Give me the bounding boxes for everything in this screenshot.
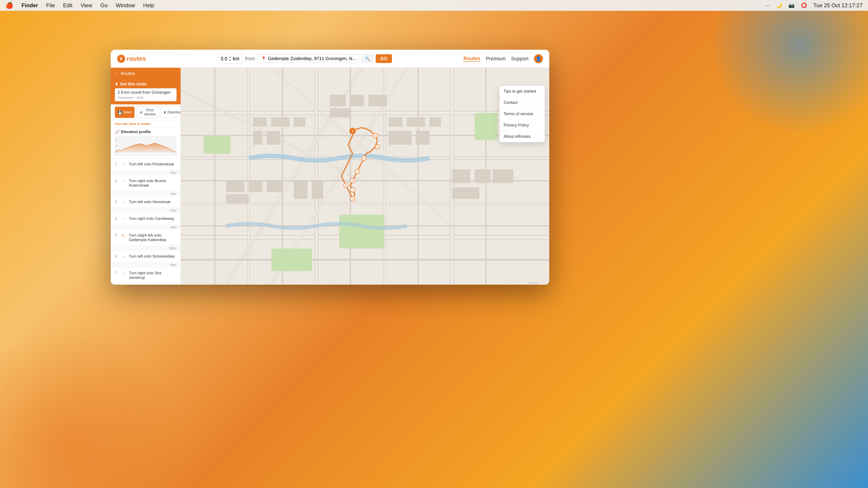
menubar-camera-icon[interactable]: 📷 (788, 2, 795, 8)
elevation-header: 📈 Elevation profile (115, 129, 177, 134)
svg-rect-50 (350, 95, 364, 106)
menubar-moon-icon[interactable]: 🌙 (776, 2, 782, 8)
svg-rect-65 (475, 169, 491, 183)
list-item[interactable]: 6 ← Turn left onto Schuitendiep (111, 251, 181, 262)
get-route-section: ⬇ Get this route 2.9 km round from Groni… (111, 79, 181, 104)
nav-premium[interactable]: Premium (486, 56, 506, 62)
svg-rect-42 (475, 113, 497, 140)
download-button[interactable]: ⬇ Download (160, 107, 181, 118)
directions-list: 1 ← Turn left onto Peisterstraat 50m 2 →… (111, 159, 181, 285)
nav-routes[interactable]: Routes (463, 56, 480, 62)
direction-arrow-icon: ← (122, 200, 127, 204)
direction-dist-label: 90m (111, 262, 181, 268)
svg-rect-62 (294, 181, 307, 199)
menubar-edit[interactable]: Edit (63, 2, 72, 8)
get-route-icon: ⬇ (115, 82, 118, 87)
direction-number: 7 (115, 271, 119, 275)
svg-rect-61 (226, 194, 249, 203)
svg-text:9: 9 (345, 184, 346, 187)
direction-text: Turn right onto Carolieweg (129, 217, 177, 221)
distance-stepper[interactable]: ▲▼ (229, 55, 231, 62)
svg-text:5: 5 (356, 170, 358, 173)
svg-rect-44 (253, 118, 267, 127)
get-route-button[interactable]: ⬇ Get this route (115, 82, 177, 87)
menubar-window[interactable]: Window (116, 2, 135, 8)
search-button[interactable]: 🔍 (362, 55, 373, 63)
main-content: ← Routes ⬇ Get this route 2.9 km round f… (111, 68, 549, 285)
app-logo[interactable]: e routes (117, 55, 146, 63)
elevation-icon: 📈 (115, 129, 120, 134)
dropdown-privacy[interactable]: Privacy Policy (500, 120, 545, 131)
direction-dist-label: 40m (111, 191, 181, 197)
logo-text: routes (127, 55, 146, 62)
header-search-bar: 3.0 ▲▼ km from 📍 Gedempte Zuiderdiep, 97… (151, 54, 459, 64)
list-item[interactable]: 7 → Turn right onto Sint Jansbrug (111, 268, 181, 283)
svg-text:4: 4 (363, 157, 365, 160)
svg-text:5m: 5m (115, 139, 118, 141)
list-item[interactable]: 5 ↖ Turn slight left onto Gedempte Katte… (111, 230, 181, 246)
direction-dist-label: 380m (111, 283, 181, 285)
direction-text: Turn left onto Herestraat (129, 200, 177, 204)
location-input[interactable]: 📍 Gedempte Zuiderdiep, 9711 Groningen, N… (258, 55, 360, 63)
dropdown-about[interactable]: About eRoutes (500, 131, 545, 142)
svg-rect-56 (389, 131, 411, 144)
nav-support[interactable]: Support (511, 56, 528, 62)
direction-text: Turn left onto Peisterstraat (129, 162, 177, 166)
back-button[interactable]: ← Routes (111, 68, 181, 79)
svg-rect-40 (339, 215, 384, 249)
svg-rect-59 (249, 181, 262, 192)
dropdown-tips[interactable]: Tips to get started (500, 86, 545, 97)
dropdown-contact[interactable]: Contact (500, 97, 545, 108)
svg-rect-63 (312, 181, 323, 199)
elevation-chart: 5m 3m 1m (115, 136, 177, 156)
list-item[interactable]: 4 → Turn right onto Carolieweg (111, 213, 181, 225)
direction-number: 4 (115, 217, 119, 221)
menubar-dots-icon[interactable]: ··· (766, 2, 770, 8)
elevation-title: Elevation profile (121, 130, 151, 134)
direction-number: 2 (115, 179, 119, 183)
list-item[interactable]: 1 ← Turn left onto Peisterstraat (111, 159, 181, 170)
download-icon: ⬇ (163, 110, 166, 115)
svg-text:3: 3 (377, 146, 378, 148)
direction-number: 6 (115, 254, 119, 259)
menubar-circle-icon[interactable]: ⭕ (801, 2, 807, 8)
go-button[interactable]: GO (376, 54, 392, 63)
route-name: 2.9 km round from Groningen (118, 90, 174, 95)
svg-rect-57 (416, 131, 430, 144)
print-button[interactable]: 🖨 Print version (136, 107, 159, 118)
from-label: from (245, 56, 255, 62)
download-label: Download (167, 110, 181, 114)
list-item[interactable]: 3 ← Turn left onto Herestraat (111, 197, 181, 208)
support-dropdown: Tips to get started Contact Terms of ser… (500, 86, 545, 142)
back-arrow-icon: ← (115, 71, 119, 76)
save-label: Save (123, 110, 131, 114)
svg-rect-43 (271, 249, 312, 271)
svg-rect-46 (294, 118, 305, 127)
menubar: 🍎 Finder File Edit View Go Window Help ·… (0, 0, 868, 11)
save-button[interactable]: 💾 Save (115, 107, 134, 118)
action-buttons: 💾 Save 🖨 Print version ⬇ Download (111, 104, 181, 121)
list-item[interactable]: 2 → Turn right onto Bruine Ruiterstraat (111, 175, 181, 191)
distance-unit: km (233, 56, 239, 62)
direction-arrow-icon: ← (122, 254, 127, 259)
menubar-view[interactable]: View (81, 2, 92, 8)
save-icon: 💾 (118, 110, 122, 115)
direction-arrow-icon: ↖ (122, 233, 127, 238)
direction-dist-label: 50m (111, 170, 181, 175)
menubar-help[interactable]: Help (143, 2, 154, 8)
menubar-go[interactable]: Go (100, 2, 107, 8)
location-pin-icon: 📍 (261, 56, 266, 61)
distance-input[interactable]: 3.0 ▲▼ km (217, 54, 242, 64)
print-label: Print version (144, 108, 156, 116)
menubar-finder[interactable]: Finder (22, 2, 38, 8)
dropdown-terms[interactable]: Terms of service (500, 108, 545, 120)
svg-rect-64 (452, 169, 470, 183)
svg-rect-52 (330, 108, 350, 118)
svg-rect-66 (493, 169, 513, 183)
svg-rect-55 (430, 118, 441, 127)
user-avatar[interactable]: 👤 (534, 54, 543, 63)
menubar-file[interactable]: File (46, 2, 55, 8)
map-area[interactable]: 1 2 3 4 5 6 7 8 9 (181, 68, 549, 285)
apple-menu-icon[interactable]: 🍎 (5, 2, 13, 9)
direction-arrow-icon: → (122, 271, 127, 275)
